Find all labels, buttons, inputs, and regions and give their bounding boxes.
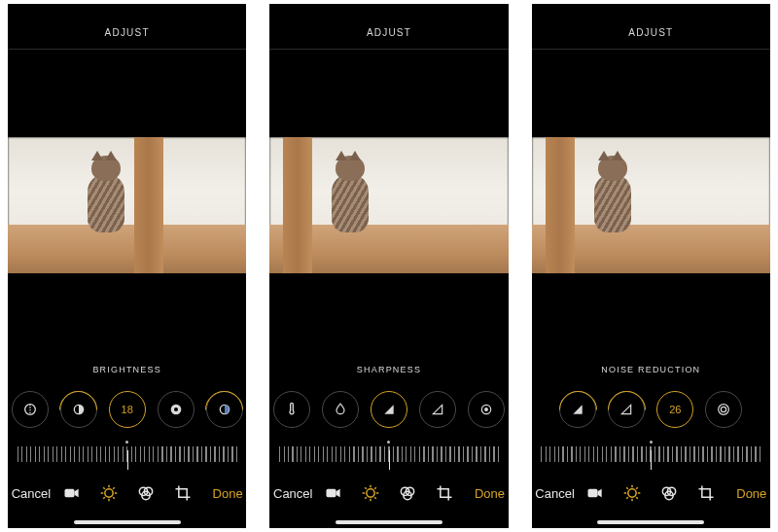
- slider-indicator-dot: [125, 441, 128, 443]
- noise-reduction-icon[interactable]: [468, 391, 505, 428]
- photo-preview[interactable]: [269, 50, 508, 361]
- param-label: SHARPNESS: [357, 365, 421, 376]
- filters-icon[interactable]: [659, 483, 679, 503]
- noise-reduction-value[interactable]: 26: [656, 391, 693, 428]
- svg-point-17: [719, 405, 729, 415]
- video-icon[interactable]: [585, 483, 605, 503]
- video-icon[interactable]: [62, 483, 82, 503]
- svg-rect-12: [327, 489, 336, 497]
- svg-point-4: [220, 405, 229, 413]
- adjust-controls: SHARPNESS Cancel Done: [269, 361, 508, 528]
- adjust-icon[interactable]: [361, 483, 380, 503]
- vignette-icon[interactable]: [705, 391, 742, 428]
- value-slider[interactable]: [269, 441, 508, 470]
- dial-row[interactable]: [269, 388, 508, 431]
- home-indicator[interactable]: [336, 520, 442, 524]
- filters-icon[interactable]: [398, 483, 417, 503]
- tint-icon[interactable]: [322, 391, 359, 428]
- header-title: ADJUST: [8, 4, 246, 49]
- slider-indicator-dot: [387, 441, 390, 443]
- definition-icon[interactable]: [608, 391, 645, 428]
- done-button[interactable]: Done: [716, 486, 766, 501]
- crop-icon[interactable]: [173, 483, 193, 503]
- crop-icon[interactable]: [696, 483, 716, 503]
- header-title: ADJUST: [269, 4, 508, 49]
- bottom-toolbar: Cancel Done: [8, 470, 246, 516]
- sharpness-icon[interactable]: [371, 391, 407, 428]
- definition-icon[interactable]: [419, 391, 456, 428]
- adjust-controls: BRIGHTNESS 18 Cancel Done: [8, 361, 246, 528]
- cancel-button[interactable]: Cancel: [12, 486, 62, 501]
- phone-screen-2: ADJUST SHARPNESS Cancel: [269, 4, 508, 528]
- svg-point-13: [367, 489, 374, 497]
- param-label: NOISE REDUCTION: [601, 365, 700, 376]
- value-slider[interactable]: [532, 441, 770, 470]
- header-title: ADJUST: [532, 4, 770, 49]
- dial-row[interactable]: 26: [553, 388, 748, 431]
- phone-screen-3: ADJUST NOISE REDUCTION 26 Cancel: [532, 4, 770, 528]
- home-indicator[interactable]: [74, 520, 181, 524]
- sharpness-icon[interactable]: [559, 391, 596, 428]
- black-point-icon[interactable]: [158, 391, 194, 428]
- svg-point-6: [105, 489, 113, 497]
- highlights-icon[interactable]: [60, 391, 97, 428]
- cancel-button[interactable]: Cancel: [273, 486, 324, 501]
- adjust-controls: NOISE REDUCTION 26 Cancel Done: [532, 361, 770, 528]
- adjust-icon[interactable]: [99, 483, 119, 503]
- bottom-toolbar: Cancel Done: [532, 470, 770, 516]
- svg-point-1: [74, 405, 83, 413]
- svg-point-11: [485, 408, 488, 411]
- mode-tabs: [324, 483, 454, 503]
- svg-point-20: [628, 489, 636, 497]
- exposure-icon[interactable]: [12, 391, 49, 428]
- bottom-toolbar: Cancel Done: [269, 470, 508, 516]
- filters-icon[interactable]: [136, 483, 156, 503]
- slider-center-mark: [651, 450, 652, 470]
- done-button[interactable]: Done: [193, 486, 243, 501]
- svg-point-3: [174, 408, 178, 411]
- photo-preview[interactable]: [532, 50, 770, 361]
- done-button[interactable]: Done: [454, 486, 505, 501]
- cancel-button[interactable]: Cancel: [535, 486, 585, 501]
- home-indicator[interactable]: [597, 520, 704, 524]
- warmth-icon[interactable]: [273, 391, 310, 428]
- photo-preview[interactable]: [8, 50, 246, 361]
- photo-image: [269, 137, 508, 273]
- slider-center-mark: [127, 450, 128, 470]
- photo-image: [532, 137, 770, 273]
- value-slider[interactable]: [8, 441, 246, 470]
- three-screen-comparison: ADJUST BRIGHTNESS 18 Cancel: [0, 0, 778, 532]
- param-label: BRIGHTNESS: [92, 365, 161, 376]
- slider-indicator-dot: [650, 441, 653, 443]
- crop-icon[interactable]: [435, 483, 454, 503]
- adjust-icon[interactable]: [622, 483, 642, 503]
- svg-point-18: [722, 407, 726, 411]
- photo-image: [8, 137, 246, 273]
- mode-tabs: [585, 483, 716, 503]
- svg-rect-5: [64, 489, 74, 497]
- brightness-value[interactable]: 18: [109, 391, 146, 428]
- dial-row[interactable]: 18: [8, 388, 246, 431]
- saturation-icon[interactable]: [206, 391, 243, 428]
- mode-tabs: [62, 483, 193, 503]
- video-icon[interactable]: [324, 483, 343, 503]
- svg-rect-19: [588, 489, 598, 497]
- phone-screen-1: ADJUST BRIGHTNESS 18 Cancel: [8, 4, 246, 528]
- slider-center-mark: [389, 450, 390, 470]
